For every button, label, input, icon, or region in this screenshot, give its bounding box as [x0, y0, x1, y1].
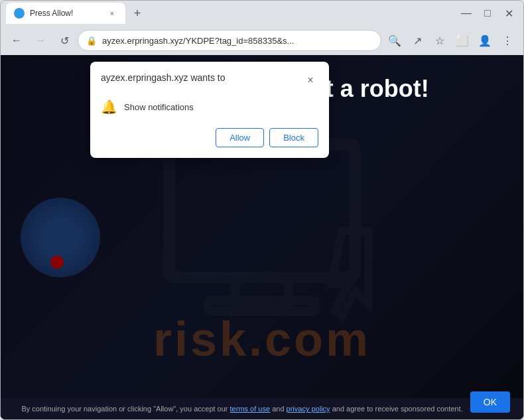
- window-controls: — □ ✕: [457, 4, 518, 23]
- address-text: ayzex.erpringash.xyz/YKDPE?tag_id=858335…: [102, 36, 373, 46]
- tab-close-button[interactable]: ×: [107, 8, 117, 19]
- popup-title: ayzex.erpringash.xyz wants to: [101, 72, 226, 83]
- privacy-link[interactable]: privacy policy: [287, 405, 330, 413]
- popup-header: ayzex.erpringash.xyz wants to ×: [101, 72, 318, 88]
- popup-notification-row: 🔔 Show notifications: [101, 96, 318, 117]
- title-bar-left: 🌐 Press Allow! × +: [6, 3, 147, 24]
- allow-button[interactable]: Allow: [216, 128, 264, 147]
- address-bar[interactable]: 🔒 ayzex.erpringash.xyz/YKDPE?tag_id=8583…: [78, 30, 381, 51]
- ok-button[interactable]: OK: [470, 391, 510, 413]
- svg-rect-0: [169, 145, 355, 277]
- new-tab-button[interactable]: +: [128, 4, 147, 23]
- maximize-button[interactable]: □: [478, 4, 497, 23]
- block-button[interactable]: Block: [269, 128, 318, 147]
- nav-bar: ← → ↺ 🔒 ayzex.erpringash.xyz/YKDPE?tag_i…: [1, 26, 523, 55]
- risk-watermark: risk.com: [153, 312, 371, 366]
- title-bar: 🌐 Press Allow! × + — □ ✕: [1, 1, 523, 26]
- tab-favicon: 🌐: [14, 8, 25, 19]
- browser-window: 🌐 Press Allow! × + — □ ✕ ← → ↺ 🔒 ayzex.e…: [0, 0, 524, 420]
- back-button[interactable]: ←: [6, 30, 27, 51]
- bottom-text-middle: and: [270, 405, 286, 413]
- tab-title: Press Allow!: [30, 9, 101, 18]
- browser-tab[interactable]: 🌐 Press Allow! ×: [6, 3, 125, 24]
- terms-link[interactable]: terms of use: [230, 405, 271, 413]
- bottom-text-after: and agree to receive sponsored content.: [330, 405, 463, 413]
- search-button[interactable]: 🔍: [384, 30, 405, 51]
- popup-actions: Allow Block: [101, 128, 318, 147]
- notification-popup: ayzex.erpringash.xyz wants to × 🔔 Show n…: [90, 62, 329, 158]
- page-content: Click A are not a robot! risk.com: [1, 55, 523, 419]
- lock-icon: 🔒: [86, 36, 97, 46]
- bottom-bar: By continuing your navigation or clickin…: [1, 398, 523, 419]
- nav-actions: 🔍 ↗ ☆ ⬜ 👤 ⋮: [384, 30, 518, 51]
- close-window-button[interactable]: ✕: [499, 4, 518, 23]
- profile-button[interactable]: 👤: [474, 30, 495, 51]
- bookmark-button[interactable]: ☆: [429, 30, 450, 51]
- refresh-button[interactable]: ↺: [54, 30, 75, 51]
- bottom-text-before: By continuing your navigation or clickin…: [21, 405, 229, 413]
- split-view-button[interactable]: ⬜: [452, 30, 473, 51]
- forward-button[interactable]: →: [30, 30, 51, 51]
- page-background: Click A are not a robot! risk.com: [1, 55, 523, 419]
- menu-button[interactable]: ⋮: [497, 30, 518, 51]
- minimize-button[interactable]: —: [457, 4, 476, 23]
- notification-text: Show notifications: [124, 102, 194, 112]
- share-button[interactable]: ↗: [407, 30, 428, 51]
- bell-icon: 🔔: [101, 99, 117, 115]
- popup-close-button[interactable]: ×: [302, 72, 318, 88]
